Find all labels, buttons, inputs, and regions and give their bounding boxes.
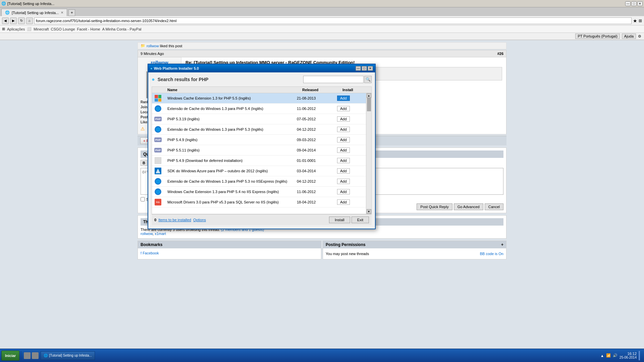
- install-button[interactable]: Install: [329, 217, 350, 223]
- dialog-body: ● Search results for PHP 🔍 Name Released…: [148, 72, 375, 229]
- scroll-thumb[interactable]: [367, 98, 371, 111]
- list-item[interactable]: Windows Cache Extension 1.3 for PHP 5.5 …: [152, 93, 366, 104]
- item-add-9[interactable]: Add: [337, 179, 364, 184]
- show-sig-checkbox[interactable]: [141, 197, 145, 201]
- item-add-6[interactable]: Add: [337, 147, 364, 153]
- post-quick-reply-button[interactable]: Post Quick Reply: [417, 203, 452, 210]
- taskbar-task-item[interactable]: 🌐 [Tutorial] Setting up Infesta...: [41, 351, 95, 360]
- list-item[interactable]: PHP PHP 5.4.9 (Inglês) 09-03-2012 Add: [152, 135, 366, 145]
- php-icon-3: PHP: [154, 148, 162, 153]
- exit-button[interactable]: Exit: [352, 217, 369, 223]
- member-rollwow-link[interactable]: rollwow: [141, 232, 153, 236]
- add-button-6[interactable]: Add: [337, 147, 350, 153]
- list-item[interactable]: 🌐 Extensão de Cache do Windows 1.3 para …: [152, 124, 366, 135]
- go-advanced-button[interactable]: Go Advanced: [454, 203, 483, 210]
- list-item[interactable]: 🌐 Extensão de Cache do Windows 1.3 para …: [152, 104, 366, 114]
- add-button-1[interactable]: Add: [337, 96, 350, 101]
- start-button[interactable]: Iniciar: [1, 351, 19, 361]
- dialog-close-button[interactable]: ✕: [368, 66, 373, 71]
- dialog-search-icon: ●: [152, 76, 155, 82]
- items-to-install-link[interactable]: Items to be installed: [158, 218, 191, 222]
- forward-button[interactable]: ▶: [10, 17, 17, 24]
- add-button-5[interactable]: Add: [337, 137, 350, 142]
- minimize-button[interactable]: —: [625, 1, 631, 6]
- item-date-6: 09-04-2014: [297, 148, 337, 152]
- col-icon: [154, 88, 167, 92]
- bookmark-aplicacoes[interactable]: Aplicações: [7, 27, 25, 31]
- lang-button[interactable]: PT Português (Portugal): [575, 34, 620, 39]
- item-icon-blank: [154, 157, 162, 165]
- col-install: Install: [342, 88, 369, 92]
- quick-launch-icon-1[interactable]: [24, 352, 31, 359]
- bookmarks-label: Bookmarks: [141, 242, 162, 247]
- options-link[interactable]: Options: [193, 218, 206, 222]
- scroll-track[interactable]: [367, 98, 371, 209]
- bookmark-csgo[interactable]: CSGO Lounge: [51, 27, 75, 31]
- active-tab[interactable]: 🌐 [Tutorial] Setting up Infesta... ✕: [1, 9, 67, 16]
- bookmark-minecraft[interactable]: Minecraft: [34, 27, 49, 31]
- list-item[interactable]: 🌐 Windows Cache Extension 1.3 para PHP 5…: [152, 187, 366, 197]
- dialog-maximize-button[interactable]: □: [362, 66, 367, 71]
- refresh-button[interactable]: ↻: [18, 17, 25, 24]
- add-button-3[interactable]: Add: [337, 116, 350, 122]
- scrollbar[interactable]: ▲ ▼: [366, 93, 371, 214]
- home-button[interactable]: ⌂: [26, 17, 33, 24]
- scroll-up-button[interactable]: ▲: [367, 93, 371, 98]
- item-add-8[interactable]: Add: [337, 168, 364, 174]
- maximize-button[interactable]: □: [631, 1, 637, 6]
- cancel-button[interactable]: Cancel: [485, 203, 503, 210]
- item-add-2[interactable]: Add: [337, 106, 364, 111]
- scroll-down-button[interactable]: ▼: [367, 209, 371, 214]
- dialog-search-button[interactable]: 🔍: [364, 76, 372, 83]
- list-item[interactable]: PHP 5.4.9 (Download for deferred install…: [152, 156, 366, 166]
- liked-user-link[interactable]: rollwow: [147, 44, 159, 48]
- help-button[interactable]: Ajuda: [622, 34, 636, 39]
- add-button-10[interactable]: Add: [337, 189, 350, 194]
- item-add-4[interactable]: Add: [337, 127, 364, 132]
- dialog-controls[interactable]: — □ ✕: [356, 66, 373, 71]
- quick-launch-icon-2[interactable]: [32, 352, 39, 359]
- show-desktop-button[interactable]: [639, 351, 640, 360]
- item-date-9: 04-12-2012: [297, 179, 337, 183]
- list-item[interactable]: PHP PHP 5.5.11 (Inglês) 09-04-2014 Add: [152, 145, 366, 156]
- list-item[interactable]: SQL Microsoft Drivers 3.0 para PHP v5.3 …: [152, 197, 366, 207]
- item-add-5[interactable]: Add: [337, 137, 364, 142]
- star-icon[interactable]: ★: [633, 18, 637, 23]
- list-item[interactable]: SDK do Windows Azure para PHP – outubro …: [152, 166, 366, 176]
- new-tab-button[interactable]: +: [68, 9, 75, 16]
- facebook-link[interactable]: Facebook: [143, 251, 159, 255]
- settings-icon[interactable]: ⚙: [638, 34, 641, 39]
- footer-left: 0 Items to be installed Options: [154, 218, 206, 222]
- list-item[interactable]: PHP PHP 5.3.19 (Inglês) 07-05-2012 Add: [152, 114, 366, 124]
- item-add-11[interactable]: Add: [337, 199, 364, 205]
- dialog-search-input[interactable]: [303, 76, 364, 83]
- liked-post-banner: 📁 rollwow liked this post: [138, 42, 506, 49]
- close-button[interactable]: ✕: [637, 1, 643, 6]
- item-date-10: 11-06-2012: [297, 190, 337, 194]
- add-button-8[interactable]: Add: [337, 168, 350, 174]
- add-button-7[interactable]: Add: [337, 158, 350, 163]
- bookmark-paypal[interactable]: A Minha Conta - PayPal: [102, 27, 142, 31]
- bookmarks-panel-body: f Facebook: [138, 248, 321, 258]
- item-add-1[interactable]: Add: [337, 96, 364, 101]
- tab-close-icon[interactable]: ✕: [61, 11, 63, 14]
- add-button-2[interactable]: Add: [337, 106, 350, 111]
- dialog-minimize-button[interactable]: —: [356, 66, 361, 71]
- item-add-7[interactable]: Add: [337, 158, 364, 163]
- item-add-3[interactable]: Add: [337, 116, 364, 122]
- bold-button[interactable]: B: [141, 160, 147, 166]
- expand-icon[interactable]: +: [501, 242, 503, 247]
- add-button-4[interactable]: Add: [337, 127, 350, 132]
- browser-chrome: 🌐 [Tutorial] Setting up Infesta... — □ ✕…: [0, 0, 644, 40]
- back-button[interactable]: ◀: [2, 17, 9, 24]
- add-button-11[interactable]: Add: [337, 199, 350, 205]
- address-input[interactable]: [34, 17, 632, 24]
- item-name-5: PHP 5.4.9 (Inglês): [167, 138, 297, 142]
- bookmark-icon[interactable]: ⊞: [639, 18, 642, 23]
- member-x1mart-link[interactable]: x1mart: [155, 232, 166, 236]
- add-button-9[interactable]: Add: [337, 179, 350, 184]
- window-controls[interactable]: — □ ✕: [625, 1, 643, 6]
- list-item[interactable]: 🌐 Extensão de Cache do Windows 1.3 para …: [152, 176, 366, 187]
- bookmark-faceit[interactable]: Faceit - Home: [77, 27, 100, 31]
- item-add-10[interactable]: Add: [337, 189, 364, 194]
